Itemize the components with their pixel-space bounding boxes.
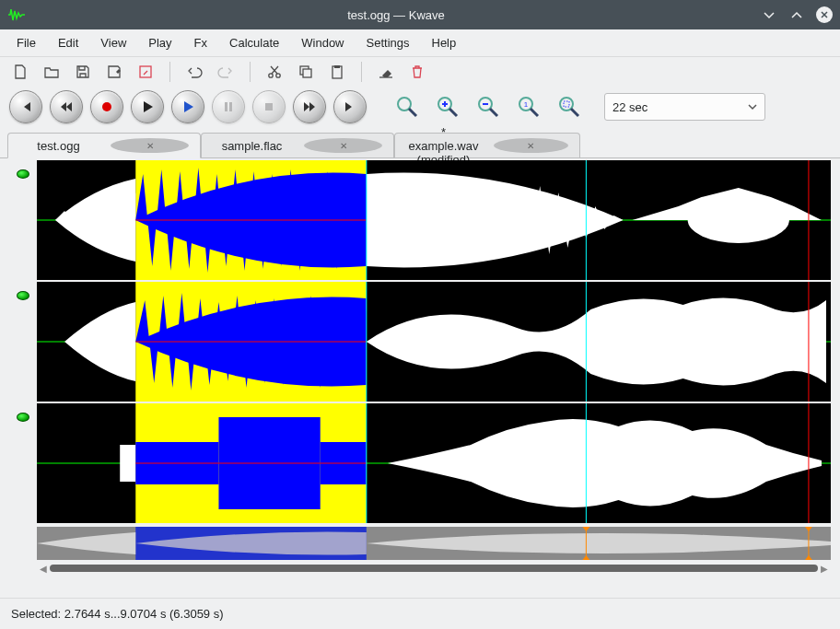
toolbar-divider xyxy=(169,62,170,82)
play-loop-icon[interactable] xyxy=(171,90,204,123)
menu-settings[interactable]: Settings xyxy=(357,32,419,53)
close-file-icon[interactable] xyxy=(134,61,157,83)
menu-view[interactable]: View xyxy=(91,32,135,53)
zoom-select[interactable]: 22 sec xyxy=(604,93,765,121)
chevron-down-icon xyxy=(748,100,757,114)
svg-rect-8 xyxy=(334,65,340,68)
skip-start-icon[interactable] xyxy=(9,90,42,123)
toolbar-divider xyxy=(250,62,251,82)
svg-point-3 xyxy=(269,74,273,77)
overview-row xyxy=(9,527,831,560)
app-icon xyxy=(7,6,26,24)
waveform-canvas-2[interactable] xyxy=(37,282,831,402)
open-file-icon[interactable] xyxy=(41,61,63,83)
save-as-icon[interactable] xyxy=(103,61,125,83)
toolbar-divider xyxy=(361,62,362,82)
menubar: File Edit View Play Fx Calculate Window … xyxy=(0,29,840,57)
cut-icon[interactable] xyxy=(263,61,286,83)
close-tab-icon[interactable]: ✕ xyxy=(494,138,568,153)
window-title: test.ogg — Kwave xyxy=(31,8,761,22)
waveform-canvas-1[interactable] xyxy=(37,160,831,280)
svg-rect-11 xyxy=(229,102,232,111)
svg-rect-6 xyxy=(303,69,311,77)
svg-rect-27 xyxy=(564,101,569,107)
play-icon[interactable] xyxy=(131,90,164,123)
svg-point-31 xyxy=(688,197,789,243)
svg-point-4 xyxy=(276,74,280,77)
track-led[interactable] xyxy=(9,403,37,523)
statusbar: Selected: 2.7644 s...9.0704 s (6.3059 s) xyxy=(0,598,840,629)
scroll-left-icon[interactable]: ◀ xyxy=(37,564,50,574)
redo-icon[interactable] xyxy=(215,61,237,83)
forward-icon[interactable] xyxy=(293,90,326,123)
svg-point-25 xyxy=(560,98,573,111)
rewind-icon[interactable] xyxy=(50,90,83,123)
zoom-1to1-icon[interactable]: 1 xyxy=(512,90,545,123)
svg-rect-2 xyxy=(140,66,151,77)
menu-fx[interactable]: Fx xyxy=(185,32,216,53)
tab-label: test.ogg xyxy=(19,139,98,153)
tab-sample-flac[interactable]: sample.flac ✕ xyxy=(201,133,394,157)
erase-icon[interactable] xyxy=(375,61,397,83)
zoom-value: 22 sec xyxy=(612,100,648,114)
waveform-canvas-3[interactable] xyxy=(37,403,831,523)
save-icon[interactable] xyxy=(72,61,94,83)
maximize-button[interactable] xyxy=(788,6,805,23)
svg-rect-10 xyxy=(225,102,228,111)
svg-line-14 xyxy=(409,109,416,116)
horizontal-scrollbar[interactable]: ◀ ▶ xyxy=(37,562,831,575)
minimize-button[interactable] xyxy=(761,6,777,23)
zoom-selection-icon[interactable] xyxy=(553,90,586,123)
track-led[interactable] xyxy=(9,160,37,280)
scrollbar-row: ◀ ▶ xyxy=(9,560,831,577)
waveform-area: ◀ ▶ xyxy=(0,158,840,598)
record-icon[interactable] xyxy=(90,90,123,123)
svg-rect-12 xyxy=(265,103,273,111)
file-toolbar xyxy=(0,57,840,87)
svg-point-9 xyxy=(102,102,111,111)
menu-window[interactable]: Window xyxy=(292,32,353,53)
track-row xyxy=(9,282,831,402)
zoom-out-icon[interactable] xyxy=(472,90,505,123)
paste-icon[interactable] xyxy=(326,61,348,83)
tabs: test.ogg ✕ sample.flac ✕ * example.wav (… xyxy=(0,131,840,158)
close-tab-icon[interactable]: ✕ xyxy=(111,138,189,153)
svg-line-20 xyxy=(490,109,497,116)
status-text: Selected: 2.7644 s...9.0704 s (6.3059 s) xyxy=(11,607,224,621)
tab-example-wav[interactable]: * example.wav (modified) ✕ xyxy=(394,133,580,157)
zoom-in-icon[interactable] xyxy=(431,90,464,123)
close-button[interactable] xyxy=(816,6,833,23)
tab-test-ogg[interactable]: test.ogg ✕ xyxy=(7,133,201,158)
track-row xyxy=(9,160,831,280)
stop-icon[interactable] xyxy=(252,90,286,123)
copy-icon[interactable] xyxy=(295,61,317,83)
menu-help[interactable]: Help xyxy=(423,32,466,53)
menu-file[interactable]: File xyxy=(7,32,45,53)
scroll-right-icon[interactable]: ▶ xyxy=(818,564,831,574)
svg-rect-46 xyxy=(120,445,135,482)
svg-line-26 xyxy=(571,109,578,116)
skip-end-icon[interactable] xyxy=(333,90,367,123)
track-row xyxy=(9,403,831,523)
svg-point-13 xyxy=(398,98,411,111)
svg-line-16 xyxy=(449,109,457,116)
menu-calculate[interactable]: Calculate xyxy=(220,32,288,53)
undo-icon[interactable] xyxy=(183,61,205,83)
svg-line-23 xyxy=(531,109,538,116)
menu-play[interactable]: Play xyxy=(139,32,181,53)
close-tab-icon[interactable]: ✕ xyxy=(304,138,382,153)
menu-edit[interactable]: Edit xyxy=(49,32,88,53)
delete-icon[interactable] xyxy=(406,61,428,83)
svg-text:1: 1 xyxy=(524,100,529,109)
new-file-icon[interactable] xyxy=(9,61,31,83)
tab-label: sample.flac xyxy=(213,139,291,153)
zoom-fit-icon[interactable] xyxy=(391,90,424,123)
pause-icon[interactable] xyxy=(212,90,245,123)
track-led[interactable] xyxy=(9,282,37,402)
overview-canvas[interactable] xyxy=(37,527,831,560)
titlebar: test.ogg — Kwave xyxy=(0,0,840,29)
